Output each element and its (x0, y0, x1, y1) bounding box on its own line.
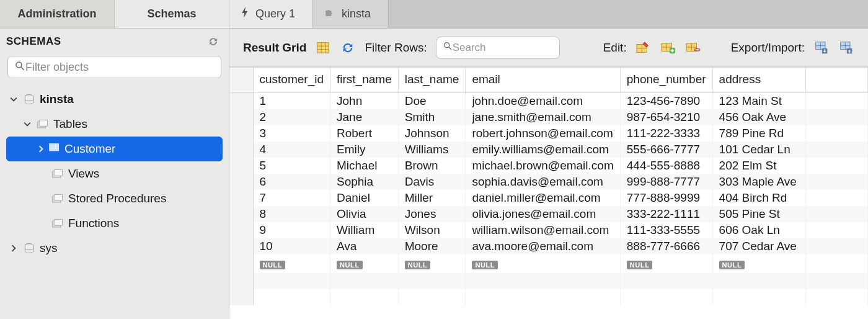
cell[interactable]: 2 (253, 109, 330, 125)
cell[interactable]: Johnson (398, 125, 466, 142)
cell[interactable]: Emily (330, 142, 399, 158)
cell[interactable]: ava.moore@email.com (466, 238, 620, 254)
table-row[interactable]: 4EmilyWilliamsemily.williams@email.com55… (229, 142, 868, 158)
cell[interactable]: 444-555-8888 (620, 158, 712, 174)
cell[interactable]: John (330, 93, 399, 110)
cell[interactable]: 5 (253, 158, 330, 174)
table-row-null[interactable]: NULLNULLNULLNULLNULLNULL (229, 254, 868, 273)
cell[interactable]: Robert (330, 125, 399, 142)
cell[interactable]: jane.smith@email.com (466, 109, 620, 125)
cell[interactable]: 8 (253, 206, 330, 222)
table-row[interactable]: 8OliviaJonesolivia.jones@email.com333-22… (229, 206, 868, 222)
row-gutter[interactable] (229, 190, 253, 206)
tab-administration[interactable]: Administration (0, 0, 115, 28)
filter-objects-box[interactable] (7, 56, 221, 78)
cell[interactable]: 777-888-9999 (620, 190, 712, 206)
cell[interactable]: William (330, 222, 399, 238)
cell[interactable]: 404 Birch Rd (712, 190, 805, 206)
tree-schema-sys[interactable]: sys (0, 236, 229, 261)
cell[interactable]: 123-456-7890 (620, 93, 712, 110)
cell[interactable]: Williams (398, 142, 466, 158)
cell[interactable]: 111-333-5555 (620, 222, 712, 238)
cell[interactable]: 101 Cedar Ln (712, 142, 805, 158)
cell[interactable]: 1 (253, 93, 330, 110)
filter-rows-input[interactable] (453, 42, 584, 54)
cell[interactable]: Michael (330, 158, 399, 174)
data-table[interactable]: customer_id first_name last_name email p… (229, 68, 868, 305)
add-row-icon[interactable] (660, 40, 676, 56)
delete-row-icon[interactable] (685, 40, 701, 56)
cell[interactable]: 555-666-7777 (620, 142, 712, 158)
cell[interactable]: Wilson (398, 222, 466, 238)
cell[interactable]: Davis (398, 174, 466, 190)
cell-null[interactable]: NULL (398, 254, 466, 273)
table-row[interactable]: 2JaneSmithjane.smith@email.com987-654-32… (229, 109, 868, 125)
row-gutter[interactable] (229, 206, 253, 222)
cell[interactable]: Brown (398, 158, 466, 174)
edit-row-icon[interactable] (636, 40, 652, 56)
table-row[interactable]: 6SophiaDavissophia.davis@email.com999-88… (229, 174, 868, 190)
cell[interactable]: Daniel (330, 190, 399, 206)
cell[interactable]: michael.brown@email.com (466, 158, 620, 174)
tab-kinsta[interactable]: kinsta (313, 0, 389, 28)
cell[interactable]: 303 Maple Ave (712, 174, 805, 190)
cell[interactable]: 3 (253, 125, 330, 142)
row-gutter[interactable] (229, 142, 253, 158)
tree-tables[interactable]: Tables (0, 112, 229, 137)
row-gutter[interactable] (229, 125, 253, 142)
cell[interactable]: 6 (253, 174, 330, 190)
cell[interactable]: 9 (253, 222, 330, 238)
table-row[interactable]: 3RobertJohnsonrobert.johnson@email.com11… (229, 125, 868, 142)
cell[interactable]: Miller (398, 190, 466, 206)
col-last_name[interactable]: last_name (398, 68, 466, 93)
tree-views[interactable]: . Views (0, 161, 229, 186)
cell[interactable]: 707 Cedar Ave (712, 238, 805, 254)
cell[interactable]: 999-888-7777 (620, 174, 712, 190)
row-gutter[interactable] (229, 174, 253, 190)
export-icon[interactable] (813, 40, 830, 56)
cell[interactable]: robert.johnson@email.com (466, 125, 620, 142)
cell[interactable]: Jane (330, 109, 399, 125)
cell-null[interactable]: NULL (253, 254, 330, 273)
cell[interactable]: Moore (398, 238, 466, 254)
cell[interactable]: 202 Elm St (712, 158, 805, 174)
cell-null[interactable]: NULL (330, 254, 399, 273)
cell-null[interactable]: NULL (620, 254, 712, 273)
cell[interactable]: Smith (398, 109, 466, 125)
col-address[interactable]: address (712, 68, 805, 93)
row-gutter[interactable] (229, 222, 253, 238)
cell[interactable]: daniel.miller@email.com (466, 190, 620, 206)
refresh-icon[interactable] (205, 34, 221, 50)
table-row[interactable]: 9WilliamWilsonwilliam.wilson@email.com11… (229, 222, 868, 238)
cell[interactable]: 987-654-3210 (620, 109, 712, 125)
cell-null[interactable]: NULL (712, 254, 805, 273)
filter-rows-search[interactable] (436, 37, 560, 59)
row-gutter[interactable] (229, 109, 253, 125)
table-row[interactable]: 7DanielMillerdaniel.miller@email.com777-… (229, 190, 868, 206)
cell[interactable]: Jones (398, 206, 466, 222)
table-row[interactable]: 5MichaelBrownmichael.brown@email.com444-… (229, 158, 868, 174)
result-grid[interactable]: customer_id first_name last_name email p… (229, 67, 868, 319)
cell[interactable]: 789 Pine Rd (712, 125, 805, 142)
cell[interactable]: 4 (253, 142, 330, 158)
cell[interactable]: 111-222-3333 (620, 125, 712, 142)
cell[interactable]: Ava (330, 238, 399, 254)
cell[interactable]: olivia.jones@email.com (466, 206, 620, 222)
col-first_name[interactable]: first_name (330, 68, 399, 93)
tab-query-1[interactable]: Query 1 (229, 0, 313, 28)
tree-functions[interactable]: . Functions (0, 211, 229, 236)
table-row[interactable]: 1JohnDoejohn.doe@email.com123-456-789012… (229, 93, 868, 110)
cell[interactable]: 123 Main St (712, 93, 805, 110)
cell[interactable]: 505 Pine St (712, 206, 805, 222)
col-customer_id[interactable]: customer_id (253, 68, 330, 93)
cell[interactable]: 333-222-1111 (620, 206, 712, 222)
cell[interactable]: william.wilson@email.com (466, 222, 620, 238)
tree-table-customer[interactable]: Customer (6, 137, 223, 161)
filter-objects-input[interactable] (25, 61, 215, 74)
cell[interactable]: sophia.davis@email.com (466, 174, 620, 190)
cell[interactable]: john.doe@email.com (466, 93, 620, 110)
cell[interactable]: 888-777-6666 (620, 238, 712, 254)
cell[interactable]: emily.williams@email.com (466, 142, 620, 158)
tab-schemas[interactable]: Schemas (115, 0, 229, 28)
tree-stored-procedures[interactable]: . Stored Procedures (0, 186, 229, 211)
